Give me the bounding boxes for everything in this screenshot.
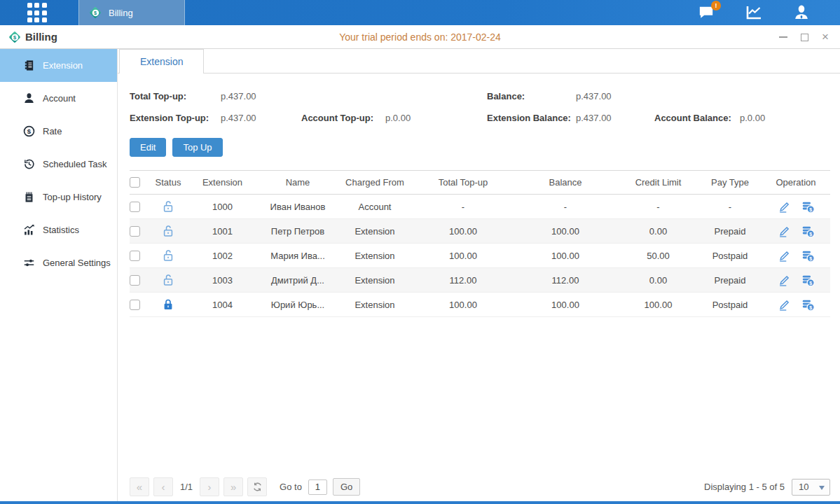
table-header-row: Status Extension Name Charged From Total… xyxy=(130,170,830,195)
billing-summary: Total Top-up: p.437.00 Extension Top-up:… xyxy=(130,74,830,129)
balance-label: Balance: xyxy=(487,91,576,102)
top-up-row-button[interactable]: $ xyxy=(801,274,815,287)
top-up-row-button[interactable]: $ xyxy=(801,249,815,262)
balance-value: p.437.00 xyxy=(576,91,654,102)
edit-button[interactable]: Edit xyxy=(130,138,166,157)
app-tab-billing[interactable]: $ Billing xyxy=(78,0,185,25)
billing-app-icon: $ xyxy=(89,6,102,20)
edit-row-button[interactable] xyxy=(778,225,791,238)
page-info: 1/1 xyxy=(180,482,193,492)
sidebar-item-general-settings[interactable]: General Settings xyxy=(0,246,117,279)
pencil-icon xyxy=(778,200,791,214)
sidebar-item-label: General Settings xyxy=(43,258,111,268)
edit-row-button[interactable] xyxy=(778,249,791,262)
chart-icon xyxy=(745,4,763,21)
top-up-row-button[interactable]: $ xyxy=(801,200,815,214)
select-all-checkbox[interactable] xyxy=(130,177,140,188)
status-lock-icon xyxy=(161,200,175,214)
close-button[interactable]: × xyxy=(820,32,830,42)
pencil-icon xyxy=(778,225,791,238)
column-header-total-topup: Total Top-up xyxy=(413,177,513,188)
sidebar-item-rate[interactable]: $ Rate xyxy=(0,115,117,148)
sidebar-item-label: Statistics xyxy=(43,225,79,235)
sidebar-item-extension[interactable]: Extension xyxy=(0,49,117,82)
coins-icon: $ xyxy=(801,200,815,214)
table-body: 1000 Иван Иванов Account - - - - xyxy=(130,195,830,317)
next-page-button[interactable]: › xyxy=(200,477,219,496)
top-up-row-button[interactable]: $ xyxy=(801,225,815,238)
cell-balance: 100.00 xyxy=(513,300,618,310)
row-checkbox[interactable] xyxy=(130,202,140,212)
coins-icon: $ xyxy=(801,274,815,287)
extension-icon xyxy=(23,59,35,71)
cell-name: Дмитрий Д... xyxy=(259,275,336,286)
column-header-pay-type: Pay Type xyxy=(698,177,762,188)
account-balance-value: p.0.00 xyxy=(740,113,830,123)
status-lock-icon xyxy=(161,224,175,238)
column-header-charged-from: Charged From xyxy=(336,177,413,188)
edit-row-button[interactable] xyxy=(778,274,791,287)
cell-pay-type: Postpaid xyxy=(698,251,762,261)
last-page-button[interactable]: » xyxy=(223,477,243,496)
extension-topup-label: Extension Top-up: xyxy=(130,113,221,123)
status-lock-icon xyxy=(161,298,175,312)
minimize-button[interactable] xyxy=(778,32,788,42)
top-up-button[interactable]: Top Up xyxy=(172,138,222,157)
pagination-bar: « ‹ 1/1 › » Go to Go Displaying 1 - 5 of… xyxy=(130,477,830,496)
main-panel: Extension Total Top-up: p.437.00 Extensi… xyxy=(118,49,840,501)
refresh-icon xyxy=(252,482,263,492)
row-checkbox[interactable] xyxy=(130,226,140,237)
sidebar-item-topup-history[interactable]: Top-up History xyxy=(0,181,117,214)
prev-page-button[interactable]: ‹ xyxy=(153,477,173,496)
tab-extension[interactable]: Extension xyxy=(119,49,204,74)
sidebar-item-scheduled-task[interactable]: Scheduled Task xyxy=(0,148,117,181)
account-topup-label: Account Top-up: xyxy=(301,113,385,123)
refresh-button[interactable] xyxy=(247,477,267,496)
goto-page-input[interactable] xyxy=(308,479,327,495)
window-title: Billing xyxy=(25,31,57,43)
tab-strip: Extension xyxy=(118,49,840,74)
extension-balance-value: p.437.00 xyxy=(576,113,654,123)
sidebar-item-label: Top-up History xyxy=(43,192,102,202)
goto-label: Go to xyxy=(280,482,302,492)
table-row: 1000 Иван Иванов Account - - - - xyxy=(130,195,830,219)
cell-extension: 1001 xyxy=(186,226,259,237)
edit-row-button[interactable] xyxy=(778,200,791,214)
row-checkbox[interactable] xyxy=(130,300,140,310)
billing-window-icon: $ xyxy=(8,30,22,43)
sidebar-item-label: Account xyxy=(43,93,76,104)
edit-row-button[interactable] xyxy=(778,298,791,312)
row-checkbox[interactable] xyxy=(130,251,140,261)
cell-name: Иван Иванов xyxy=(259,202,336,212)
cell-name: Юрий Юрь... xyxy=(259,300,336,310)
notifications-button[interactable]: ! xyxy=(696,4,717,21)
sidebar-item-account[interactable]: Account xyxy=(0,82,117,115)
top-up-row-button[interactable]: $ xyxy=(801,298,815,312)
svg-text:$: $ xyxy=(809,280,812,286)
cell-balance: - xyxy=(513,202,618,212)
go-button[interactable]: Go xyxy=(333,478,360,496)
user-menu-button[interactable] xyxy=(791,4,812,21)
row-checkbox[interactable] xyxy=(130,275,140,286)
svg-text:$: $ xyxy=(809,255,812,261)
window-title-bar: $ Billing Your trial period ends on: 201… xyxy=(0,25,840,49)
first-page-button[interactable]: « xyxy=(130,477,149,496)
account-icon xyxy=(23,92,35,104)
resource-monitor-button[interactable] xyxy=(743,4,764,21)
cell-charged-from: Extension xyxy=(336,275,413,286)
app-launcher-button[interactable] xyxy=(0,0,74,25)
page-size-select[interactable]: 10 xyxy=(792,479,830,496)
cell-credit-limit: - xyxy=(618,202,698,212)
cell-total-topup: 112.00 xyxy=(413,275,513,286)
page-size-value: 10 xyxy=(799,482,808,492)
maximize-button[interactable] xyxy=(799,32,809,42)
column-header-credit-limit: Credit Limit xyxy=(618,177,698,188)
cell-charged-from: Extension xyxy=(336,300,413,310)
pencil-icon xyxy=(778,249,791,262)
total-topup-label: Total Top-up: xyxy=(130,91,221,102)
sidebar-item-label: Extension xyxy=(43,60,83,71)
sidebar-item-statistics[interactable]: Statistics xyxy=(0,214,117,246)
svg-text:$: $ xyxy=(27,127,32,135)
general-settings-icon xyxy=(23,257,35,269)
column-header-status: Status xyxy=(151,177,186,188)
